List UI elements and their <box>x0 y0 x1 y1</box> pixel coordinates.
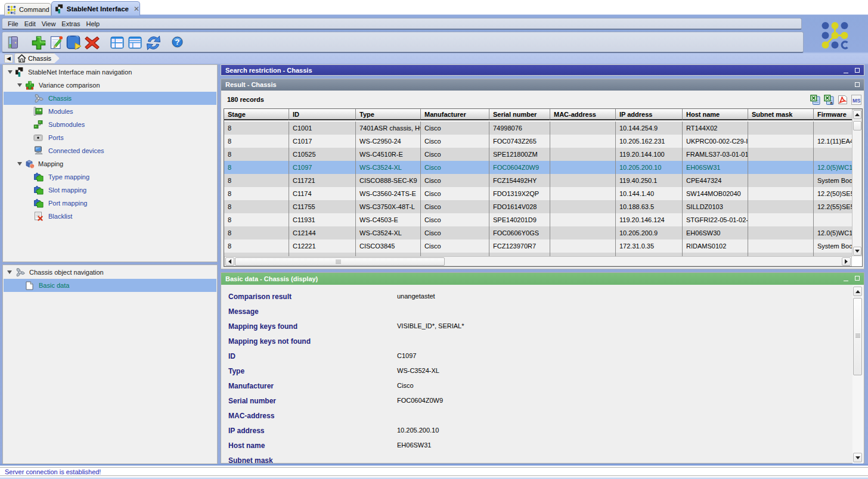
svg-text:MS: MS <box>852 98 861 104</box>
svg-text:?: ? <box>175 38 180 46</box>
